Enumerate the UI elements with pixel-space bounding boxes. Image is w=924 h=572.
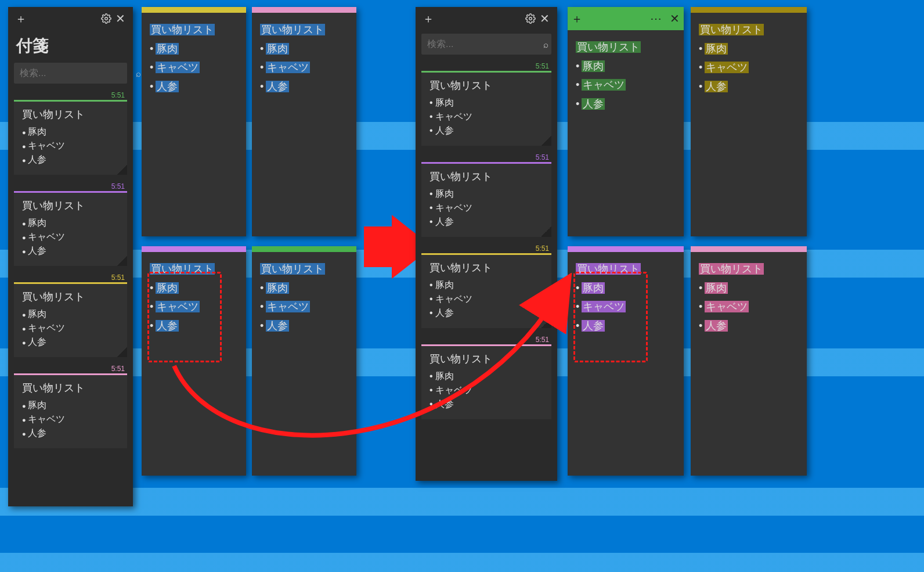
gear-icon[interactable] bbox=[99, 12, 113, 26]
note-item: キャベツ bbox=[22, 412, 119, 426]
search-input[interactable] bbox=[427, 39, 543, 49]
note-item: 豚肉 bbox=[266, 282, 289, 294]
panel-header: ＋ ✕ bbox=[8, 7, 133, 30]
note-time: 5:51 bbox=[536, 336, 549, 344]
note-title-hl: 買い物リスト bbox=[699, 263, 764, 275]
sticky-note-yellow[interactable]: 買い物リスト •豚肉 •キャベツ •人参 bbox=[142, 7, 246, 236]
note-item: キャベツ bbox=[582, 79, 626, 91]
note-body: 買い物リスト •豚肉 •キャベツ •人参 bbox=[691, 252, 807, 334]
note-item: キャベツ bbox=[429, 383, 543, 397]
sticky-note-olive[interactable]: 買い物リスト •豚肉 •キャベツ •人参 bbox=[691, 7, 807, 236]
note-item: 人参 bbox=[156, 81, 179, 92]
note-title: 買い物リスト bbox=[22, 290, 119, 304]
note-card[interactable]: 5:51 買い物リスト 豚肉 キャベツ 人参 bbox=[421, 162, 551, 237]
note-item: 豚肉 bbox=[582, 282, 605, 294]
add-note-icon[interactable]: ＋ bbox=[568, 7, 586, 30]
close-icon[interactable]: ✕ bbox=[113, 12, 127, 26]
note-time: 5:51 bbox=[111, 274, 125, 282]
add-note-icon[interactable]: ＋ bbox=[14, 12, 28, 26]
sticky-note-green-active[interactable]: ＋ ⋯ ✕ 買い物リスト •豚肉 •キャベツ •人参 bbox=[568, 7, 684, 236]
note-card[interactable]: 5:51 買い物リスト 豚肉 キャベツ 人参 bbox=[14, 373, 127, 448]
bullet-icon: • bbox=[576, 301, 579, 312]
note-item: キャベツ bbox=[705, 301, 749, 312]
note-title-hl: 買い物リスト bbox=[260, 24, 325, 35]
note-item: 人参 bbox=[266, 320, 289, 332]
bullet-icon: • bbox=[699, 320, 702, 332]
note-title-hl: 買い物リスト bbox=[260, 263, 325, 275]
note-card[interactable]: 5:51 買い物リスト 豚肉 キャベツ 人参 bbox=[14, 191, 127, 266]
note-item: 豚肉 bbox=[429, 187, 543, 201]
search-icon[interactable]: ⌕ bbox=[136, 69, 141, 78]
sticky-note-purple-right[interactable]: 買い物リスト •豚肉 •キャベツ •人参 bbox=[568, 246, 684, 476]
note-item: 豚肉 bbox=[156, 43, 179, 55]
note-item: 豚肉 bbox=[156, 282, 179, 294]
note-item: キャベツ bbox=[266, 62, 310, 73]
note-card[interactable]: 5:51 買い物リスト 豚肉 キャベツ 人参 bbox=[421, 71, 551, 146]
note-card[interactable]: 5:51 買い物リスト 豚肉 キャベツ 人参 bbox=[421, 344, 551, 419]
bullet-icon: • bbox=[699, 301, 702, 312]
sticky-note-green[interactable]: 買い物リスト •豚肉 •キャベツ •人参 bbox=[252, 246, 356, 476]
note-item: 豚肉 bbox=[22, 307, 119, 321]
note-item: キャベツ bbox=[156, 301, 200, 312]
note-item: 豚肉 bbox=[22, 125, 119, 139]
note-item: 豚肉 bbox=[705, 282, 728, 294]
note-title: 買い物リスト bbox=[429, 78, 543, 92]
note-title: 買い物リスト bbox=[22, 107, 119, 121]
note-window-header: ＋ ⋯ ✕ bbox=[568, 7, 684, 30]
svg-point-0 bbox=[105, 17, 108, 20]
note-item: 人参 bbox=[582, 320, 605, 332]
search-input[interactable] bbox=[20, 68, 136, 78]
bullet-icon: • bbox=[699, 43, 702, 55]
note-fold-icon bbox=[541, 135, 551, 146]
more-icon[interactable]: ⋯ bbox=[647, 7, 665, 30]
note-card[interactable]: 5:51 買い物リスト 豚肉 キャベツ 人参 bbox=[14, 282, 127, 357]
bullet-icon: • bbox=[150, 320, 153, 332]
note-item: 人参 bbox=[429, 306, 543, 320]
note-title: 買い物リスト bbox=[22, 381, 119, 395]
note-item: 人参 bbox=[266, 81, 289, 92]
add-note-icon[interactable]: ＋ bbox=[421, 12, 435, 26]
note-time: 5:51 bbox=[536, 62, 549, 70]
sticky-note-rose[interactable]: 買い物リスト •豚肉 •キャベツ •人参 bbox=[691, 246, 807, 476]
note-time: 5:51 bbox=[536, 244, 549, 253]
bullet-icon: • bbox=[576, 79, 579, 91]
note-item: 人参 bbox=[156, 320, 179, 332]
note-fold-icon bbox=[541, 318, 551, 328]
note-time: 5:51 bbox=[111, 91, 125, 99]
note-time: 5:51 bbox=[111, 182, 125, 190]
note-item: 人参 bbox=[22, 335, 119, 349]
bullet-icon: • bbox=[260, 301, 264, 312]
note-title-hl: 買い物リスト bbox=[150, 24, 215, 35]
bullet-icon: • bbox=[699, 282, 702, 294]
note-item: 豚肉 bbox=[582, 60, 605, 72]
sticky-note-pink[interactable]: 買い物リスト •豚肉 •キャベツ •人参 bbox=[252, 7, 356, 236]
search-icon[interactable]: ⌕ bbox=[543, 39, 548, 49]
note-title: 買い物リスト bbox=[22, 199, 119, 213]
note-item: 人参 bbox=[22, 153, 119, 167]
close-icon[interactable]: ✕ bbox=[665, 7, 684, 30]
note-item: 豚肉 bbox=[22, 398, 119, 412]
note-card[interactable]: 5:51 買い物リスト 豚肉 キャベツ 人参 bbox=[14, 100, 127, 175]
note-item: 豚肉 bbox=[429, 278, 543, 292]
note-body: 買い物リスト •豚肉 •キャベツ •人参 bbox=[142, 13, 246, 95]
bullet-icon: • bbox=[576, 320, 579, 332]
note-card[interactable]: 5:51 買い物リスト 豚肉 キャベツ 人参 bbox=[421, 253, 551, 328]
note-title: 買い物リスト bbox=[429, 170, 543, 184]
note-item: 人参 bbox=[429, 124, 543, 138]
note-item: キャベツ bbox=[22, 139, 119, 153]
note-body: 買い物リスト •豚肉 •キャベツ •人参 bbox=[252, 252, 356, 334]
note-body: 買い物リスト •豚肉 •キャベツ •人参 bbox=[568, 30, 684, 113]
bullet-icon: • bbox=[260, 282, 264, 294]
note-item: 豚肉 bbox=[22, 216, 119, 230]
sticky-note-purple[interactable]: 買い物リスト •豚肉 •キャベツ •人参 bbox=[142, 246, 246, 476]
note-body: 買い物リスト •豚肉 •キャベツ •人参 bbox=[568, 252, 684, 334]
bullet-icon: • bbox=[150, 282, 153, 294]
gear-icon[interactable] bbox=[524, 12, 537, 26]
close-icon[interactable]: ✕ bbox=[537, 12, 551, 26]
search-box[interactable]: ⌕ bbox=[14, 63, 127, 84]
bullet-icon: • bbox=[260, 320, 264, 332]
search-box[interactable]: ⌕ bbox=[421, 34, 551, 55]
bullet-icon: • bbox=[699, 62, 702, 73]
panel-header: ＋ ✕ bbox=[416, 7, 557, 30]
note-body: 買い物リスト •豚肉 •キャベツ •人参 bbox=[252, 13, 356, 95]
